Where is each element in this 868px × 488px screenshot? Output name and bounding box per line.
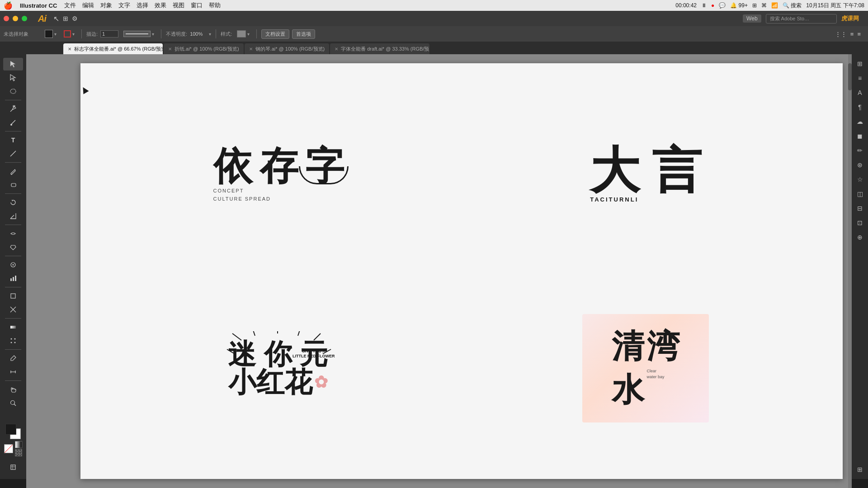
fill-stroke-swatches[interactable] (5, 424, 21, 439)
tab-1[interactable]: ✕ 折纸.ai* @ 100% (RGB/预览) (164, 43, 244, 54)
menu-object[interactable]: 对象 (100, 1, 112, 9)
panel-grid-icon[interactable]: ⊞ (854, 464, 866, 475)
hand-tool[interactable] (3, 383, 23, 396)
properties-panel-icon[interactable]: ⊞ (854, 58, 866, 70)
symbols-panel-icon[interactable]: ⊛ (854, 159, 866, 171)
line-tool[interactable] (3, 147, 23, 160)
toolbox: T (0, 54, 26, 479)
apple-menu[interactable]: 🍎 (4, 1, 13, 10)
measure-tool[interactable] (3, 366, 23, 378)
transform-tool[interactable] (3, 241, 23, 253)
toolbar-icon-arrow[interactable]: ↖ (53, 14, 59, 23)
symbol-tool[interactable] (3, 258, 23, 271)
maximize-button[interactable] (22, 16, 27, 21)
toolbar-icon-extra[interactable]: ⚙ (72, 15, 78, 22)
type-tool[interactable]: T (3, 134, 23, 146)
brush-tool[interactable] (3, 116, 23, 129)
transform-panel-icon[interactable]: ⊡ (854, 217, 866, 229)
stroke-selector[interactable]: ▾ (61, 29, 77, 38)
pathfinder-icon[interactable]: ⊕ (854, 231, 866, 243)
swatches-panel-icon[interactable]: ◼ (854, 130, 866, 142)
brushes-panel-icon[interactable]: ✏ (854, 145, 866, 156)
pen-tool[interactable] (3, 103, 23, 115)
pencil-tool[interactable] (3, 165, 23, 178)
tab-3-close[interactable]: ✕ (335, 47, 338, 52)
bluetooth-icon[interactable]: ⌘ (761, 2, 767, 9)
menu-window[interactable]: 窗口 (191, 1, 203, 9)
mesh-tool[interactable] (3, 334, 23, 347)
transparency-icon[interactable]: ◫ (854, 188, 866, 200)
stroke-dropdown[interactable]: ▾ (121, 30, 156, 38)
svg-line-20 (253, 331, 255, 336)
scrollbar-thumb[interactable] (848, 63, 852, 90)
wechat-icon[interactable]: 💬 (719, 2, 726, 9)
wifi-icon[interactable]: 📶 (771, 2, 778, 9)
doc-setup-button[interactable]: 文档设置 (261, 29, 289, 39)
character-panel-icon[interactable]: A (854, 87, 866, 99)
direct-selection-tool[interactable] (3, 71, 23, 84)
vertical-scrollbar[interactable] (848, 54, 852, 488)
zoom-tool[interactable] (3, 397, 23, 409)
grid-icon[interactable]: ⊞ (752, 2, 757, 9)
none-color-swatch[interactable] (4, 444, 13, 453)
menu-effect[interactable]: 效果 (155, 1, 166, 9)
web-dropdown[interactable]: Web (743, 14, 761, 23)
notification-icon[interactable]: 🔔 99+ (730, 2, 748, 9)
paragraph-panel-icon[interactable]: ¶ (854, 101, 866, 113)
logo-yicunzi: 依 存 字 CONCEPT CULTURE SPREAD (213, 146, 343, 202)
app-name[interactable]: Illustrator CC (20, 2, 57, 9)
search-icon[interactable]: 🔍 搜索 (783, 2, 802, 9)
menu-view[interactable]: 视图 (173, 1, 184, 9)
pause-icon[interactable]: ⏸ (701, 2, 707, 9)
cc-libraries-icon[interactable]: ☁ (854, 116, 866, 127)
lasso-tool[interactable] (3, 85, 23, 98)
pattern-swatch[interactable] (15, 449, 22, 456)
panel-icon[interactable]: ≡ (857, 31, 861, 38)
layers-panel-icon[interactable]: ≡ (854, 72, 866, 84)
rotate-tool[interactable] (3, 196, 23, 209)
tool-sep-1 (5, 100, 21, 100)
tab-2-close[interactable]: ✕ (249, 47, 253, 52)
graph-tool[interactable] (3, 272, 23, 285)
align-panel-icon[interactable]: ⊟ (854, 202, 866, 214)
artboard-tool[interactable] (3, 290, 23, 302)
warp-tool[interactable] (3, 227, 23, 240)
eyedropper-tool[interactable] (3, 352, 23, 365)
opacity-toggle[interactable]: ▾ (209, 32, 211, 37)
svg-point-15 (14, 342, 16, 343)
menu-edit[interactable]: 编辑 (82, 1, 94, 9)
logo-dayan-sub: TACITURNLI (590, 196, 638, 203)
slice-tool[interactable] (3, 303, 23, 316)
graphic-styles-icon[interactable]: ☆ (854, 174, 866, 185)
align-icon[interactable]: ⋮⋮ (835, 31, 847, 38)
menu-file[interactable]: 文件 (64, 1, 76, 9)
tab-1-close[interactable]: ✕ (168, 47, 172, 52)
fill-selector[interactable]: ▾ (42, 29, 59, 39)
qingshui-col1: 清 水 (612, 325, 644, 412)
tab-0[interactable]: ✕ 标志字体全能番.ai* @ 66.67% (RGB/预览) (63, 43, 163, 54)
gradient-swatch[interactable] (15, 441, 22, 448)
tab-3[interactable]: ✕ 字体全能番 draft.ai* @ 33.33% (RGB/预览) (330, 43, 429, 54)
tab-0-close[interactable]: ✕ (68, 47, 71, 52)
record-icon[interactable]: ● (711, 2, 714, 9)
toolbar-icon-layout[interactable]: ⊞ (63, 15, 68, 22)
scale-tool[interactable] (3, 210, 23, 222)
canvas-area[interactable]: 依 存 字 CONCEPT CULTURE SPREAD 大 (26, 54, 852, 488)
distribute-icon[interactable]: ≡ (850, 31, 854, 38)
selection-tool[interactable] (3, 58, 23, 70)
menu-select[interactable]: 选择 (137, 1, 148, 9)
style-selector[interactable]: ▾ (235, 29, 252, 38)
search-field[interactable]: 搜索 Adobe Sto… (766, 14, 837, 23)
stroke-width-input[interactable] (100, 30, 118, 38)
preferences-button[interactable]: 首选项 (292, 29, 315, 39)
close-button[interactable] (4, 16, 9, 21)
foreground-color-swatch[interactable] (5, 424, 16, 435)
minimize-button[interactable] (13, 16, 18, 21)
gradient-tool[interactable] (3, 321, 23, 333)
menu-type[interactable]: 文字 (118, 1, 130, 9)
symbol-sprayer-tool[interactable] (3, 461, 23, 474)
menu-help[interactable]: 帮助 (209, 1, 221, 9)
tab-2[interactable]: ✕ 钢的琴.ai* @ 100% (RGB/预览) (245, 43, 330, 54)
eraser-tool[interactable] (3, 178, 23, 191)
tool-sep-7 (5, 287, 21, 287)
